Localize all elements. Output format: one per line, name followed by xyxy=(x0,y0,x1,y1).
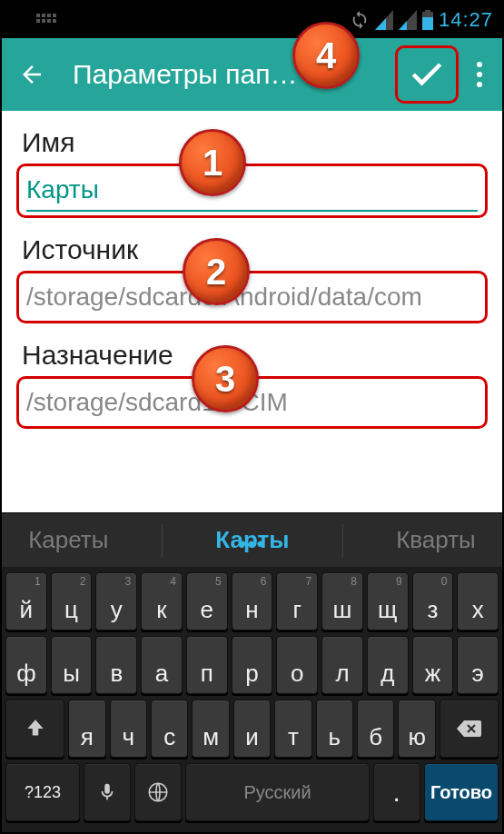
svg-rect-2 xyxy=(47,14,51,17)
key-я[interactable]: я xyxy=(68,700,105,758)
keyboard-row-3: ячсмитьбю xyxy=(5,700,499,758)
key-з[interactable]: з0 xyxy=(412,572,454,630)
backspace-icon xyxy=(455,719,482,739)
keyboard-row-1: й1ц2у3к4е5н6г7ш8щ9з0х xyxy=(5,572,499,630)
key-ч[interactable]: ч xyxy=(110,700,147,758)
key-и[interactable]: и xyxy=(233,700,271,758)
svg-rect-4 xyxy=(36,19,40,23)
key-э[interactable]: э xyxy=(457,636,499,694)
statusbar-right: 14:27 xyxy=(350,8,493,32)
arrow-left-icon xyxy=(18,61,45,88)
key-у[interactable]: у3 xyxy=(95,572,137,630)
keyboard-row-bottom: ?123 Русский . Готово xyxy=(5,763,499,821)
keyboard: й1ц2у3к4е5н6г7ш8щ9з0х фывапролджэ ячсмит… xyxy=(2,567,502,832)
source-input-wrap xyxy=(16,271,488,323)
mic-icon xyxy=(97,779,117,805)
suggestion-right[interactable]: Кварты xyxy=(396,526,476,554)
annotation-4: 4 xyxy=(292,22,360,89)
key-hint: 6 xyxy=(261,575,267,588)
name-input[interactable] xyxy=(26,170,478,212)
globe-key[interactable] xyxy=(134,763,182,821)
backspace-key[interactable] xyxy=(440,700,499,758)
svg-rect-0 xyxy=(36,14,40,17)
check-icon xyxy=(407,55,447,94)
key-ф[interactable]: ф xyxy=(5,636,47,694)
signal-icon-2 xyxy=(399,10,417,30)
key-в[interactable]: в xyxy=(95,636,137,694)
key-ш[interactable]: ш8 xyxy=(321,572,363,630)
key-hint: 0 xyxy=(441,575,448,588)
key-х[interactable]: х xyxy=(457,572,499,630)
suggestion-separator xyxy=(342,524,343,557)
suggestion-mid[interactable]: Карты ••• xyxy=(215,526,289,554)
key-ь[interactable]: ь xyxy=(316,700,353,758)
key-д[interactable]: д xyxy=(367,636,409,694)
back-button[interactable] xyxy=(18,61,45,88)
svg-rect-7 xyxy=(53,19,56,23)
key-щ[interactable]: щ9 xyxy=(367,572,409,630)
battery-icon xyxy=(422,10,433,30)
clock: 14:27 xyxy=(439,8,493,32)
key-к[interactable]: к4 xyxy=(141,572,183,630)
key-й[interactable]: й1 xyxy=(5,572,47,630)
suggestion-separator xyxy=(162,524,163,557)
sync-icon xyxy=(350,10,370,30)
ellipsis-icon: ••• xyxy=(239,532,265,556)
space-key[interactable]: Русский xyxy=(185,763,369,821)
key-р[interactable]: р xyxy=(232,636,273,694)
key-ц[interactable]: ц2 xyxy=(51,572,93,630)
name-label: Имя xyxy=(16,116,488,164)
svg-rect-1 xyxy=(42,14,45,17)
key-л[interactable]: л xyxy=(321,636,363,694)
name-input-wrap xyxy=(16,164,488,218)
key-а[interactable]: а xyxy=(141,636,183,694)
action-bar: Параметры пап… xyxy=(2,38,502,111)
key-м[interactable]: м xyxy=(192,700,229,758)
key-hint: 3 xyxy=(124,575,131,588)
globe-icon xyxy=(146,780,170,804)
annotation-1: 1 xyxy=(179,129,246,196)
key-ы[interactable]: ы xyxy=(51,636,93,694)
overflow-menu-button[interactable] xyxy=(466,62,493,87)
key-ю[interactable]: ю xyxy=(398,700,435,758)
key-hint: 7 xyxy=(305,575,311,588)
key-н[interactable]: н6 xyxy=(232,572,273,630)
mic-key[interactable] xyxy=(84,763,131,821)
key-hint: 5 xyxy=(215,575,222,588)
key-е[interactable]: е5 xyxy=(186,572,228,630)
svg-rect-5 xyxy=(42,19,45,23)
signal-icon xyxy=(375,10,393,30)
svg-marker-11 xyxy=(399,21,407,30)
key-б[interactable]: б xyxy=(357,700,394,758)
svg-rect-14 xyxy=(422,17,433,30)
key-г[interactable]: г7 xyxy=(276,572,318,630)
symbols-key[interactable]: ?123 xyxy=(5,763,80,821)
suggestion-left[interactable]: Кареты xyxy=(28,526,108,554)
keyboard-row-2: фывапролджэ xyxy=(5,636,499,694)
key-с[interactable]: с xyxy=(151,700,188,758)
shift-icon xyxy=(24,717,47,740)
key-т[interactable]: т xyxy=(274,700,311,758)
svg-rect-3 xyxy=(53,14,56,17)
grid-icon xyxy=(36,14,60,26)
source-input[interactable] xyxy=(26,277,478,317)
key-о[interactable]: о xyxy=(276,636,318,694)
annotation-3: 3 xyxy=(192,345,259,412)
shift-key[interactable] xyxy=(5,700,64,758)
suggestion-bar: Кареты Карты ••• Кварты xyxy=(2,512,502,567)
key-hint: 2 xyxy=(80,575,86,588)
confirm-button[interactable] xyxy=(395,45,459,104)
statusbar-left-icons xyxy=(36,14,60,26)
source-label: Источник xyxy=(16,223,488,271)
svg-rect-6 xyxy=(47,19,51,23)
key-п[interactable]: п xyxy=(186,636,228,694)
annotation-2: 2 xyxy=(183,238,250,305)
period-key[interactable]: . xyxy=(373,763,420,821)
status-bar: 14:27 xyxy=(2,2,502,38)
key-hint: 9 xyxy=(396,575,402,588)
key-hint: 4 xyxy=(170,575,176,588)
done-key[interactable]: Готово xyxy=(424,763,499,821)
key-ж[interactable]: ж xyxy=(412,636,454,694)
key-hint: 8 xyxy=(351,575,357,588)
key-hint: 1 xyxy=(35,575,41,588)
